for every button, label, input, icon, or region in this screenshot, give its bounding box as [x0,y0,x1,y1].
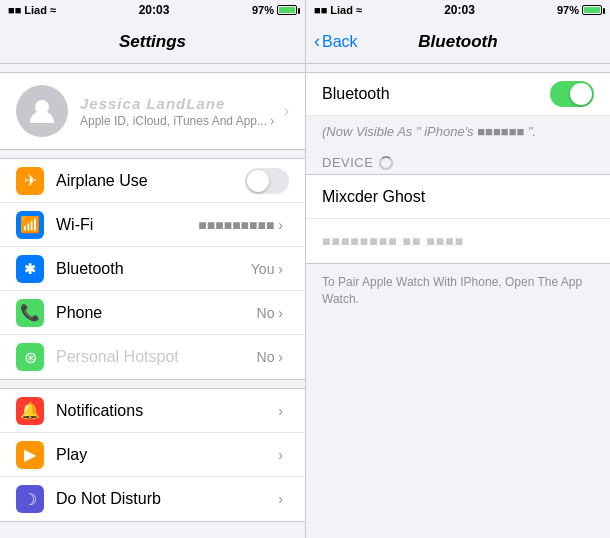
nav-bar-left: Settings [0,20,305,64]
settings-label-play: Play [56,446,278,464]
settings-item-bluetooth[interactable]: ✱ Bluetooth You › [0,247,305,291]
loading-spinner-icon [379,156,393,170]
wifi-value: ■■■■■■■■■ › [198,217,283,233]
settings-label-wifi: Wi-Fi [56,216,198,234]
devices-list: Mixcder Ghost ■■■■■■■■ ■■ ■■■■ [306,174,610,264]
wifi-icon: 📶 [16,211,44,239]
battery-percent-left: 97% [252,4,274,16]
device-name-1: Mixcder Ghost [322,188,425,206]
carrier-right: ■■ Liad ≈ [314,4,362,16]
device-row-1[interactable]: Mixcder Ghost [306,175,610,219]
settings-label-airplane: Airplane Use [56,172,245,190]
settings-item-dnd[interactable]: ☽ Do Not Disturb › [0,477,305,521]
back-button[interactable]: ‹ Back [314,31,358,52]
avatar [16,85,68,137]
settings-group-2: 🔔 Notifications › ▶ Play › ☽ Do Not Dist… [0,388,305,522]
page-title-right: Bluetooth [418,32,497,52]
phone-icon: 📞 [16,299,44,327]
time-right: 20:03 [444,3,475,17]
bluetooth-toggle-label: Bluetooth [322,85,550,103]
hotspot-icon: ⊛ [16,343,44,371]
bluetooth-footer: To Pair Apple Watch With IPhone, Open Th… [306,264,610,318]
settings-label-hotspot: Personal Hotspot [56,348,257,366]
airplane-toggle[interactable] [245,168,289,194]
battery-icon-left [277,5,297,15]
bluetooth-icon: ✱ [16,255,44,283]
settings-label-phone: Phone [56,304,257,322]
settings-item-play[interactable]: ▶ Play › [0,433,305,477]
settings-item-wifi[interactable]: 📶 Wi-Fi ■■■■■■■■■ › [0,203,305,247]
hotspot-value: No › [257,349,283,365]
left-panel: ■■ Liad ≈ 20:03 97% Settings Jessica Lan… [0,0,305,538]
bluetooth-toggle-row[interactable]: Bluetooth [306,72,610,116]
airplane-icon: ✈ [16,167,44,195]
profile-name: Jessica LandLane [80,95,284,112]
status-right-right: 97% [557,4,602,16]
settings-label-notifications: Notifications [56,402,278,420]
status-right-left: 97% [252,4,297,16]
bluetooth-toggle[interactable] [550,81,594,107]
play-chevron: › [278,447,283,463]
settings-item-airplane[interactable]: ✈ Airplane Use [0,159,305,203]
back-label[interactable]: Back [322,33,358,51]
settings-group-1: ✈ Airplane Use 📶 Wi-Fi ■■■■■■■■■ › ✱ Blu… [0,158,305,380]
play-icon: ▶ [16,441,44,469]
device-header-label: DEVICE [322,155,373,170]
bluetooth-value: You › [251,261,283,277]
settings-label-dnd: Do Not Disturb [56,490,278,508]
settings-item-phone[interactable]: 📞 Phone No › [0,291,305,335]
battery-percent-right: 97% [557,4,579,16]
settings-label-bluetooth: Bluetooth [56,260,251,278]
profile-sub: Apple ID, iCloud, iTunes And App... › [80,114,284,128]
notifications-icon: 🔔 [16,397,44,425]
profile-info: Jessica LandLane Apple ID, iCloud, iTune… [80,95,284,128]
device-row-2[interactable]: ■■■■■■■■ ■■ ■■■■ [306,219,610,263]
page-title-left: Settings [119,32,186,52]
carrier-left: ■■ Liad ≈ [8,4,56,16]
right-panel: ■■ Liad ≈ 20:03 97% ‹ Back Bluetooth Blu… [305,0,610,538]
bluetooth-visible-text: (Now Visible As " iPhone's ■■■■■■ ". [306,116,610,147]
dnd-icon: ☽ [16,485,44,513]
profile-chevron-icon: › [284,102,289,120]
profile-section[interactable]: Jessica LandLane Apple ID, iCloud, iTune… [0,72,305,150]
time-left: 20:03 [139,3,170,17]
status-bar-left: ■■ Liad ≈ 20:03 97% [0,0,305,20]
battery-icon-right [582,5,602,15]
back-arrow-icon: ‹ [314,31,320,52]
device-name-2: ■■■■■■■■ ■■ ■■■■ [322,233,464,249]
phone-value: No › [257,305,283,321]
notifications-chevron: › [278,403,283,419]
settings-item-hotspot[interactable]: ⊛ Personal Hotspot No › [0,335,305,379]
device-section-header: DEVICE [306,147,610,174]
nav-bar-right: ‹ Back Bluetooth [306,20,610,64]
status-bar-right: ■■ Liad ≈ 20:03 97% [306,0,610,20]
settings-item-notifications[interactable]: 🔔 Notifications › [0,389,305,433]
dnd-chevron: › [278,491,283,507]
